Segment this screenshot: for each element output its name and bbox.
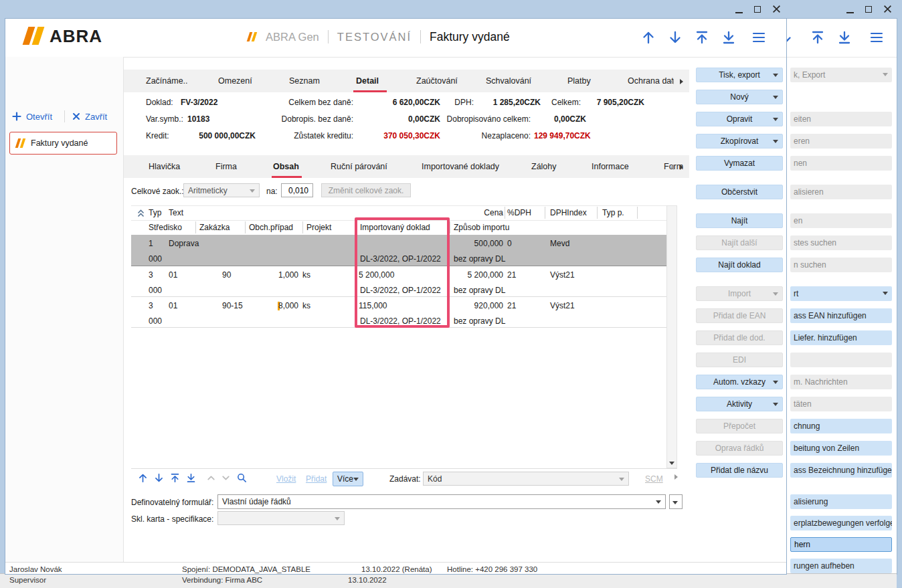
prev-record-icon[interactable] xyxy=(640,29,656,45)
action-najit-dalsi[interactable]: Najít další xyxy=(696,235,783,250)
subtab-firma[interactable]: Firma xyxy=(215,162,237,171)
tab-zaciname[interactable]: Začínáme.. xyxy=(146,76,188,86)
def-form-select[interactable]: Vlastní údaje řádků xyxy=(217,494,666,509)
hamburger-menu-icon[interactable] xyxy=(751,29,767,45)
subtab-scroll-left-icon[interactable] xyxy=(670,165,674,170)
bg-save-button[interactable]: hern xyxy=(790,537,892,552)
action-najit-doklad[interactable]: Najít doklad xyxy=(696,258,783,272)
row-bottom-icon[interactable] xyxy=(185,472,197,484)
bg-action-button[interactable]: eren xyxy=(790,134,892,149)
bg-action-button[interactable]: täten xyxy=(790,397,892,411)
bg-action-button[interactable]: n suchen xyxy=(790,258,892,272)
action-najit[interactable]: Najít xyxy=(696,213,783,228)
tab-scroll-left-icon[interactable] xyxy=(670,79,674,84)
tab-omezeni[interactable]: Omezení xyxy=(218,76,252,86)
bg-action-button[interactable]: chnung xyxy=(790,419,892,433)
action-aktivity[interactable]: Aktivity xyxy=(696,397,783,411)
bg-action-button[interactable]: ass EAN hinzufügen xyxy=(790,308,892,323)
close-button[interactable] xyxy=(772,5,781,13)
tab-ochrana-dat[interactable]: Ochrana dat xyxy=(628,76,674,86)
hamburger-menu-icon[interactable] xyxy=(869,29,885,45)
subtab-hlavicka[interactable]: Hlavička xyxy=(149,162,180,171)
tab-scroll-right-icon[interactable] xyxy=(680,79,683,84)
tab-detail[interactable]: Detail xyxy=(356,76,379,86)
table-row[interactable]: 3 01 90-15 8,000 ks 115,000 920,000 21 V… xyxy=(131,296,666,327)
bg-action-button[interactable]: erplatzbewegungen verfolgen xyxy=(790,516,892,530)
last-record-icon[interactable] xyxy=(721,29,737,45)
subtab-obsah[interactable]: Obsah xyxy=(273,162,299,171)
action-zkopirovat[interactable]: Zkopírovat xyxy=(696,134,783,149)
bg-action-button[interactable]: eiten xyxy=(790,112,892,126)
skl-select[interactable] xyxy=(217,511,345,525)
change-rounding-button[interactable]: Změnit celkové zaok. xyxy=(321,183,411,197)
row-up-icon[interactable] xyxy=(137,472,149,484)
close-button[interactable] xyxy=(883,5,892,13)
rounding-mode-select[interactable]: Aritmeticky xyxy=(183,183,260,197)
bg-action-button[interactable]: rt xyxy=(790,286,892,301)
bg-action-button[interactable]: en xyxy=(790,213,892,228)
action-obcerstvit[interactable]: Občerstvit xyxy=(696,185,783,199)
row-down-icon[interactable] xyxy=(153,472,165,484)
first-record-icon[interactable] xyxy=(810,29,826,45)
insert-row-link[interactable]: Vložit xyxy=(276,474,296,484)
subtab-importovane-doklady[interactable]: Importované doklady xyxy=(422,162,499,171)
action-pridat-dle-nazvu[interactable]: Přidat dle názvu xyxy=(696,463,783,478)
action-import[interactable]: Import xyxy=(696,286,783,301)
tab-platby[interactable]: Platby xyxy=(567,76,591,86)
row-top-icon[interactable] xyxy=(169,472,181,484)
action-prepocet[interactable]: Přepočet xyxy=(696,419,783,433)
last-record-icon[interactable] xyxy=(836,29,852,45)
rounding-amount-input[interactable] xyxy=(281,183,313,197)
table-row-selected[interactable]: 1 Doprava 500,000 0 Mevd 000 DL-3/2022, … xyxy=(131,235,666,266)
down-arrow-icon[interactable] xyxy=(787,29,795,45)
first-record-icon[interactable] xyxy=(694,29,710,45)
more-button[interactable]: Více xyxy=(333,472,363,486)
bg-action-button[interactable]: alisieren xyxy=(790,185,892,199)
toolbar-scroll-right-icon[interactable] xyxy=(674,474,678,480)
close-agenda-button[interactable]: Zavřít xyxy=(72,109,107,124)
table-row[interactable]: 3 01 90 1,000 ks 5 200,000 5 200,000 21 … xyxy=(131,266,666,296)
search-icon[interactable] xyxy=(236,472,248,484)
bg-action-button[interactable]: m. Nachrichten xyxy=(790,375,892,389)
sidebar-item-faktury-vydane[interactable]: Faktury vydané xyxy=(9,132,117,155)
scm-link[interactable]: SCM xyxy=(645,474,663,484)
chevron-up-icon[interactable] xyxy=(205,472,217,484)
action-tisk-export[interactable]: Tisk, export xyxy=(696,68,783,82)
maximize-button[interactable] xyxy=(754,6,761,13)
action-edi[interactable]: EDI xyxy=(696,353,783,367)
tab-seznam[interactable]: Seznam xyxy=(289,76,320,86)
bg-action-button[interactable]: ass Bezeichnung hinzufügen xyxy=(790,463,892,478)
action-pridat-dle-ean[interactable]: Přidat dle EAN xyxy=(696,308,783,323)
bg-action-button[interactable]: Liefer. hinzufügen xyxy=(790,330,892,345)
def-form-menu-button[interactable] xyxy=(669,494,683,509)
table-header-row1[interactable]: Typ Text Cena %DPH DPHIndex Typ p. xyxy=(131,205,666,220)
action-autom-vzkazy[interactable]: Autom. vzkazy xyxy=(696,375,783,389)
bg-action-button[interactable]: rungen aufheben xyxy=(790,559,892,573)
zadavat-select[interactable]: Kód xyxy=(423,472,629,486)
subtab-zalohy[interactable]: Zálohy xyxy=(531,162,557,171)
action-novy[interactable]: Nový xyxy=(696,90,783,104)
open-button[interactable]: Otevřít xyxy=(12,109,52,124)
bg-action-button[interactable]: stes suchen xyxy=(790,235,892,250)
table-header-row2[interactable]: Středisko Zakázka Obch.případ Projekt Im… xyxy=(131,220,666,235)
next-record-icon[interactable] xyxy=(667,29,683,45)
tab-schvalovani[interactable]: Schvalování xyxy=(486,76,531,86)
minimize-button[interactable] xyxy=(846,12,854,13)
tab-zauctovani[interactable]: Zaúčtování xyxy=(416,76,458,86)
bg-action-button[interactable]: alisierung xyxy=(790,494,892,509)
action-opravit[interactable]: Opravit xyxy=(696,112,783,126)
bg-action-button[interactable]: k, Export xyxy=(790,68,892,82)
bg-action-button[interactable]: nen xyxy=(790,156,892,171)
chevron-down-icon[interactable] xyxy=(220,472,232,484)
maximize-button[interactable] xyxy=(865,6,872,13)
subtab-rucni-parovani[interactable]: Ruční párování xyxy=(331,162,387,171)
subtab-informace[interactable]: Informace xyxy=(592,162,629,171)
add-row-link[interactable]: Přidat xyxy=(306,474,327,484)
minimize-button[interactable] xyxy=(735,12,743,13)
action-vymazat[interactable]: Vymazat xyxy=(696,156,783,171)
action-oprava-radku[interactable]: Oprava řádků xyxy=(696,441,783,456)
bg-action-button[interactable]: beitung von Zeilen xyxy=(790,441,892,456)
table-scrollbar[interactable] xyxy=(666,205,677,468)
subtab-scroll-right-icon[interactable] xyxy=(680,165,683,170)
bg-action-button[interactable] xyxy=(790,353,892,367)
